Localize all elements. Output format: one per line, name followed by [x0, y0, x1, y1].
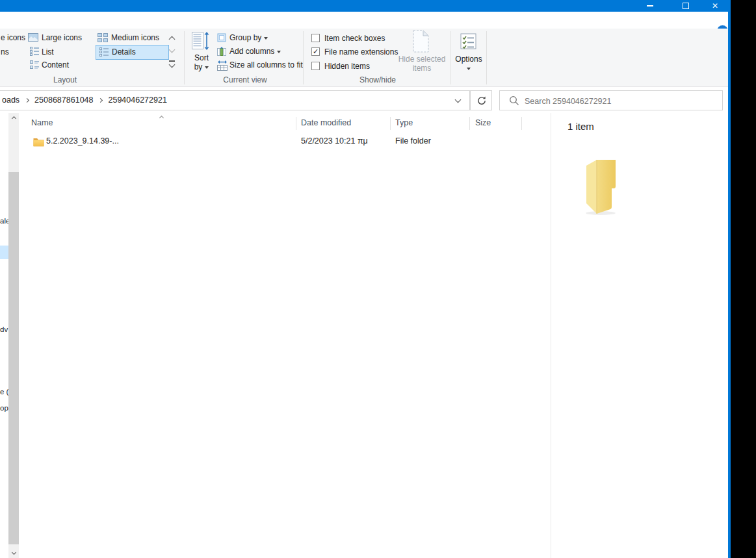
scrollbar-up-button[interactable] [8, 113, 19, 124]
search-box[interactable] [499, 90, 723, 110]
column-header-name[interactable]: Name [31, 118, 53, 127]
hidden-items-checkbox[interactable] [311, 62, 320, 70]
item-count: 1 item [567, 121, 594, 132]
breadcrumb-chevron-icon[interactable] [25, 97, 29, 102]
maximize-button[interactable] [677, 0, 695, 12]
scroll-up-icon [11, 116, 16, 121]
sort-by-line1: Sort [194, 53, 209, 62]
preview-pane-divider[interactable] [551, 113, 551, 558]
window-border [728, 0, 731, 558]
sort-by-icon [192, 31, 210, 51]
view-list[interactable]: List [42, 47, 54, 57]
view-large-icons[interactable]: Large icons [42, 33, 82, 42]
hide-selected-line1: Hide selected [398, 55, 446, 64]
add-columns-icon [217, 47, 226, 57]
size-all-columns-icon [217, 60, 228, 71]
column-divider[interactable] [469, 117, 470, 130]
address-bar[interactable]: oads 2508687861048 2594046272921 [0, 90, 470, 110]
column-header-size[interactable]: Size [475, 118, 491, 127]
gallery-scroll-up-icon[interactable] [169, 36, 176, 43]
hide-selected-line2: items [413, 64, 432, 73]
nav-item-fragment[interactable]: e ( [0, 388, 8, 396]
nav-item-fragment[interactable]: ale [0, 217, 8, 225]
group-by-caret-icon [264, 37, 268, 40]
column-divider[interactable] [390, 117, 391, 130]
content-area: ale dv e ( op Name Date modified Type [0, 113, 728, 558]
folder-icon [33, 137, 44, 147]
close-button[interactable]: ✕ [706, 0, 724, 12]
maximize-icon [683, 3, 689, 9]
options-caret-icon [467, 68, 471, 70]
scroll-down-icon [11, 550, 16, 555]
column-header-date[interactable]: Date modified [301, 118, 351, 127]
file-name-extensions-checkbox[interactable]: ✓ [311, 47, 320, 56]
gallery-more-icon[interactable] [169, 62, 176, 68]
file-row-type: File folder [395, 136, 431, 146]
file-row-name[interactable]: 5.2.2023_9.14.39-... [46, 136, 119, 146]
breadcrumb-item[interactable]: 2508687861048 [34, 95, 93, 105]
nav-item-fragment[interactable]: op [0, 404, 8, 412]
sort-by-caret-icon [205, 66, 209, 69]
medium-icons-icon [98, 33, 108, 42]
item-check-boxes-label[interactable]: Item check boxes [324, 34, 385, 43]
large-folder-icon [577, 157, 618, 216]
sort-by-button[interactable]: Sort [189, 53, 214, 62]
minimize-button[interactable] [641, 0, 659, 12]
sort-by-line2[interactable]: by [189, 62, 214, 71]
layout-group-label: Layout [26, 75, 104, 84]
options-label: Options [455, 55, 482, 64]
scrollbar-thumb[interactable] [8, 172, 19, 544]
nav-scrollbar[interactable] [8, 113, 19, 558]
column-header-type[interactable]: Type [395, 118, 413, 127]
navigation-toolbar: oads 2508687861048 2594046272921 [0, 87, 728, 114]
hide-selected-items-button[interactable]: Hide selected items [393, 55, 450, 73]
breadcrumb-chevron-icon[interactable] [98, 97, 103, 102]
view-details-selected[interactable]: Details [96, 45, 169, 60]
view-extra-large-icons-partial[interactable]: e icons [1, 33, 25, 42]
group-separator [184, 31, 185, 84]
refresh-button[interactable] [470, 90, 492, 110]
minimize-icon [647, 5, 653, 6]
address-dropdown-icon[interactable] [455, 97, 462, 103]
sort-direction-icon[interactable] [159, 116, 164, 120]
checkmark-icon: ✓ [313, 47, 319, 56]
file-name-extensions-label[interactable]: File name extensions [324, 47, 398, 57]
desktop: ✕ ? e icons Large icons [0, 0, 756, 558]
ribbon-tab-row: ? [0, 12, 728, 29]
breadcrumb-item[interactable]: 2594046272921 [108, 95, 166, 105]
current-view-group-label: Current view [205, 75, 285, 84]
view-medium-icons[interactable]: Medium icons [111, 33, 159, 42]
nav-selected-item[interactable] [0, 246, 8, 259]
sort-by-line2-text: by [194, 62, 203, 71]
view-content[interactable]: Content [42, 60, 69, 70]
group-separator [303, 31, 304, 84]
group-by-button[interactable]: Group by [229, 33, 268, 42]
search-input[interactable] [523, 92, 714, 110]
ribbon-view-tab: e icons Large icons Medium icons ns List [0, 29, 728, 87]
group-by-label: Group by [229, 33, 261, 42]
show-hide-group-label: Show/hide [339, 75, 417, 84]
file-row-date: 5/2/2023 10:21 πμ [301, 136, 368, 146]
options-button[interactable]: Options [450, 55, 487, 73]
explorer-window: ✕ ? e icons Large icons [0, 0, 728, 558]
scrollbar-down-button[interactable] [8, 547, 19, 558]
item-check-boxes-checkbox[interactable] [311, 34, 320, 42]
add-columns-button[interactable]: Add columns [229, 47, 281, 56]
size-all-columns-button[interactable]: Size all columns to fit [229, 60, 303, 70]
hidden-items-label[interactable]: Hidden items [324, 62, 370, 71]
search-icon [509, 95, 519, 106]
view-details-label: Details [112, 47, 136, 57]
gallery-scroll-down-icon[interactable] [169, 47, 176, 53]
column-divider[interactable] [521, 117, 522, 130]
add-columns-label: Add columns [229, 47, 274, 56]
large-icons-icon [28, 33, 38, 42]
content-view-icon [30, 60, 39, 70]
details-view-icon [99, 47, 109, 57]
list-view-icon [30, 47, 39, 56]
breadcrumb-item-partial[interactable]: oads [2, 95, 20, 105]
column-divider[interactable] [296, 117, 296, 130]
view-small-icons-partial[interactable]: ns [1, 47, 9, 57]
group-by-icon [217, 33, 226, 42]
group-separator [486, 31, 487, 84]
nav-item-fragment[interactable]: dv [0, 325, 8, 333]
